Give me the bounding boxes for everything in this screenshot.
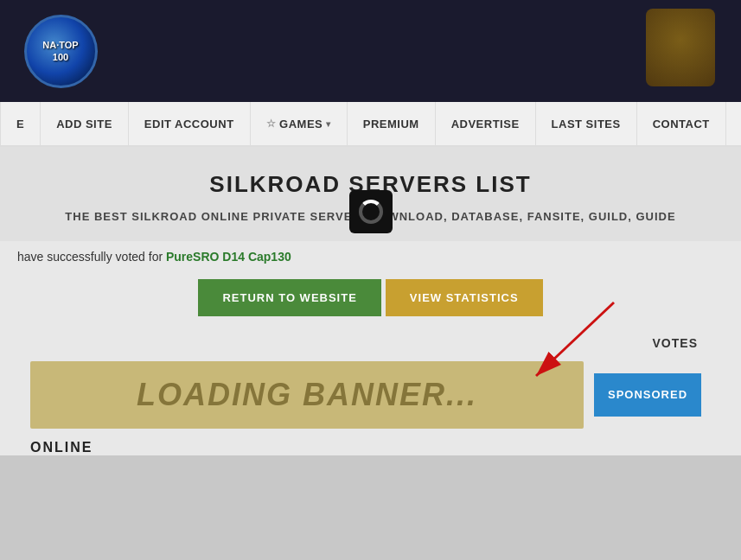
nav-item-add-site[interactable]: ADD SITE	[41, 102, 129, 145]
nav-item-premium[interactable]: PREMIUM	[348, 102, 436, 145]
logo-circle: NA·TOP100	[24, 15, 98, 88]
page-title-section: SILKROAD SERVERS LIST THE BEST SILKROAD …	[0, 147, 741, 241]
nav-item-advertise[interactable]: ADVERTISE	[436, 102, 536, 145]
banner-section: LOADING BANNER... SPONSORED	[0, 357, 741, 436]
dropdown-arrow-icon: ▾	[326, 119, 331, 129]
nav-item-contact[interactable]: CONTACT	[637, 102, 726, 145]
nav-item-home[interactable]: E	[0, 102, 41, 145]
votes-label: VOTES	[653, 336, 698, 350]
return-to-website-button[interactable]: RETURN TO WEBSITE	[198, 279, 380, 316]
spinner-icon	[359, 200, 383, 224]
vote-message: have successfully voted for PureSRO D14 …	[0, 241, 741, 270]
online-section: ONLINE	[0, 436, 741, 455]
nav-item-games[interactable]: ☆ GAMES ▾	[251, 102, 348, 145]
header: NA·TOP100	[0, 0, 741, 102]
loading-spinner-overlay	[349, 190, 393, 233]
votes-row: VOTES	[0, 332, 741, 357]
action-buttons: RETURN TO WEBSITE VIEW STATISTICS	[0, 270, 741, 332]
navbar: E ADD SITE EDIT ACCOUNT ☆ GAMES ▾ PREMIU…	[0, 102, 741, 147]
loading-banner-text: LOADING BANNER...	[137, 377, 477, 413]
star-icon: ☆	[266, 118, 277, 130]
sponsored-button[interactable]: SPONSORED	[594, 373, 701, 417]
logo-text: NA·TOP100	[42, 39, 78, 64]
header-avatar	[646, 9, 715, 86]
view-statistics-button[interactable]: VIEW STATISTICS	[386, 279, 543, 316]
nav-item-edit-account[interactable]: EDIT ACCOUNT	[129, 102, 251, 145]
voted-site-link[interactable]: PureSRO D14 Cap130	[166, 250, 291, 264]
online-title: ONLINE	[30, 440, 93, 455]
loading-banner: LOADING BANNER...	[30, 361, 584, 429]
main-content: SILKROAD SERVERS LIST THE BEST SILKROAD …	[0, 147, 741, 455]
nav-item-last-sites[interactable]: LAST SITES	[536, 102, 637, 145]
logo: NA·TOP100	[17, 15, 104, 88]
